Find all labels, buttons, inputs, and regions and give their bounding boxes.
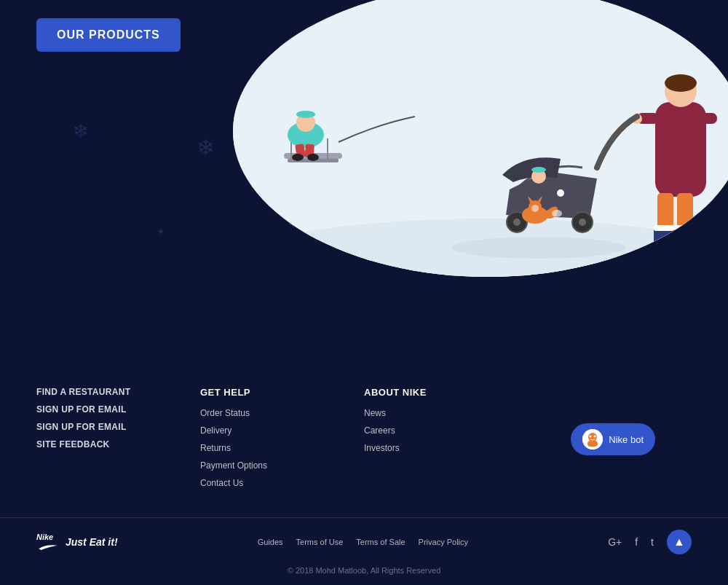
nike-bot-button[interactable]: Nike bot xyxy=(571,423,655,455)
footer-col-quick-links: FIND A RESTAURANT SIGN UP FOR EMAIL SIGN… xyxy=(36,387,200,495)
svg-point-26 xyxy=(531,205,539,212)
svg-point-13 xyxy=(292,154,304,161)
top-section: OUR PRODUCTS ❄ ❄ ❄ ✦ xyxy=(0,0,728,277)
svg-rect-32 xyxy=(699,113,717,124)
delivery-link[interactable]: Delivery xyxy=(200,425,364,436)
about-nike-title: ABOUT NIKE xyxy=(364,387,528,398)
illustration-area xyxy=(233,0,728,277)
snowflake-icon: ✦ xyxy=(157,226,165,237)
footer-links: FIND A RESTAURANT SIGN UP FOR EMAIL SIGN… xyxy=(0,358,728,517)
svg-point-16 xyxy=(513,219,521,226)
footer-section: FIND A RESTAURANT SIGN UP FOR EMAIL SIGN… xyxy=(0,358,728,585)
svg-rect-39 xyxy=(674,225,695,231)
svg-point-18 xyxy=(579,219,586,226)
nike-logo: Nike xyxy=(36,533,60,551)
returns-link[interactable]: Returns xyxy=(200,443,364,453)
svg-point-44 xyxy=(594,436,596,438)
brand-tagline: Just Eat it! xyxy=(66,536,118,548)
payment-options-link[interactable]: Payment Options xyxy=(200,460,364,471)
nike-word: Nike xyxy=(36,533,53,541)
investors-link[interactable]: Investors xyxy=(364,443,528,453)
our-products-button[interactable]: OUR PRODUCTS xyxy=(36,18,181,52)
site-feedback-link[interactable]: SITE FEEDBACK xyxy=(36,439,200,449)
signup-email-link-2[interactable]: SIGN UP FOR EMAIL xyxy=(36,422,200,432)
footer-col-bot: Nike bot xyxy=(528,387,692,495)
find-restaurant-link[interactable]: FIND A RESTAURANT xyxy=(36,387,200,397)
svg-rect-28 xyxy=(655,102,706,197)
svg-point-43 xyxy=(590,436,592,438)
contact-us-link[interactable]: Contact Us xyxy=(200,478,364,488)
svg-point-2 xyxy=(451,237,626,259)
copyright-text: © 2018 Mohd Matloob, All Rights Reserved xyxy=(0,566,728,585)
order-status-link[interactable]: Order Status xyxy=(200,408,364,418)
svg-rect-38 xyxy=(654,225,674,231)
signup-email-link-1[interactable]: SIGN UP FOR EMAIL xyxy=(36,404,200,415)
svg-rect-10 xyxy=(298,111,313,115)
footer-col-get-help: GET HELP Order Status Delivery Returns P… xyxy=(200,387,364,495)
news-link[interactable]: News xyxy=(364,408,528,418)
svg-point-19 xyxy=(557,189,564,197)
terms-of-use-link[interactable]: Terms of Use xyxy=(296,538,344,546)
scroll-top-button[interactable]: ▲ xyxy=(667,530,692,554)
social-icons: G+ f t ▲ xyxy=(608,530,692,554)
footer-bottom: Nike Just Eat it! Guides Terms of Use Te… xyxy=(0,517,728,566)
nike-bot-label: Nike bot xyxy=(609,434,644,445)
twitter-icon[interactable]: t xyxy=(651,536,654,548)
get-help-title: GET HELP xyxy=(200,387,364,398)
careers-link[interactable]: Careers xyxy=(364,425,528,436)
brand-logo: Nike Just Eat it! xyxy=(36,533,118,551)
nike-bot-avatar xyxy=(582,429,603,449)
svg-point-14 xyxy=(307,154,319,161)
svg-rect-42 xyxy=(587,441,598,447)
svg-rect-37 xyxy=(674,226,695,251)
footer-nav-links: Guides Terms of Use Terms of Sale Privac… xyxy=(258,538,468,546)
svg-point-30 xyxy=(665,74,697,92)
svg-point-27 xyxy=(552,210,562,217)
svg-point-21 xyxy=(531,167,546,173)
snowflake-icon: ❄ xyxy=(73,120,89,143)
footer-col-about-nike: ABOUT NIKE News Careers Investors xyxy=(364,387,528,495)
terms-of-sale-link[interactable]: Terms of Sale xyxy=(356,538,405,546)
google-plus-icon[interactable]: G+ xyxy=(608,536,622,548)
guides-link[interactable]: Guides xyxy=(258,538,283,546)
facebook-icon[interactable]: f xyxy=(635,536,638,548)
snowflake-icon: ❄ xyxy=(197,135,215,160)
privacy-policy-link[interactable]: Privacy Policy xyxy=(419,538,468,546)
